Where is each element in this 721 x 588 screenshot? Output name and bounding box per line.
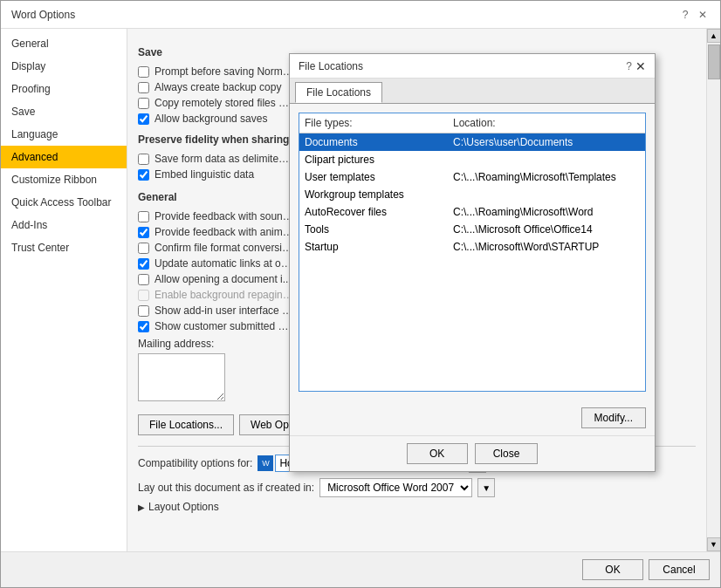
sidebar: General Display Proofing Save Language A… <box>1 29 127 551</box>
file-locations-title: File Locations <box>299 60 363 72</box>
row-location <box>453 154 640 166</box>
file-locations-close-button[interactable]: ✕ <box>635 59 646 73</box>
file-locations-title-controls: ? ✕ <box>626 59 646 73</box>
ok-button[interactable]: OK <box>582 559 643 580</box>
file-locations-dialog: File Locations ? ✕ File Locations File t… <box>289 53 656 472</box>
file-locations-tabs: File Locations <box>290 79 655 104</box>
sidebar-item-trust-center[interactable]: Trust Center <box>1 236 127 259</box>
checkbox-feedback-sound-label: Provide feedback with sound... <box>154 210 294 222</box>
row-type: Startup <box>305 241 453 253</box>
table-row[interactable]: AutoRecover files C:\...\Roaming\Microso… <box>299 203 645 221</box>
cancel-button[interactable]: Cancel <box>649 559 710 580</box>
checkbox-confirm-format-label: Confirm file format conversio... <box>154 242 294 254</box>
table-row[interactable]: Clipart pictures <box>299 151 645 168</box>
sidebar-item-proofing[interactable]: Proofing <box>1 78 127 100</box>
checkbox-prompt-before-label: Prompt before saving Norma... <box>154 65 294 78</box>
checkbox-feedback-sound-input[interactable] <box>138 211 149 222</box>
close-button[interactable]: ✕ <box>696 8 710 22</box>
row-location <box>453 188 640 201</box>
table-body: Documents C:\Users\user\Documents Clipar… <box>299 133 645 256</box>
sidebar-item-language[interactable]: Language <box>1 123 127 146</box>
checkbox-prompt-before-input[interactable] <box>138 66 149 78</box>
table-row[interactable]: Documents C:\Users\user\Documents <box>299 133 645 151</box>
col-location-header: Location: <box>453 117 640 129</box>
checkbox-embed-ling-label: Embed linguistic data <box>154 168 254 181</box>
mailing-address-input[interactable] <box>138 353 225 401</box>
expand-arrow-icon[interactable]: ▶ <box>138 503 145 512</box>
checkbox-enable-bg-input[interactable] <box>138 290 149 301</box>
file-locations-footer: OK Close <box>290 435 655 471</box>
checkbox-confirm-format-input[interactable] <box>138 243 149 254</box>
checkbox-allow-opening-input[interactable] <box>138 274 149 285</box>
help-button[interactable]: ? <box>678 8 692 22</box>
right-scrollbar: ▲ ▼ <box>706 29 720 551</box>
row-type: AutoRecover files <box>305 206 453 218</box>
file-locations-button[interactable]: File Locations... <box>138 414 234 435</box>
file-locations-bottom: Modify... <box>290 400 655 435</box>
file-locations-tab[interactable]: File Locations <box>295 82 382 103</box>
checkbox-save-form-input[interactable] <box>138 154 149 165</box>
checkbox-always-backup-label: Always create backup copy <box>154 81 281 93</box>
scroll-down-arrow[interactable]: ▼ <box>707 537 721 551</box>
row-type: Tools <box>305 223 453 236</box>
checkbox-allow-background-input[interactable] <box>138 113 149 125</box>
checkbox-feedback-anim-label: Provide feedback with anima... <box>154 226 294 238</box>
row-location: C:\...\Microsoft Office\Office14 <box>453 223 640 236</box>
dialog-title: Word Options <box>11 9 75 21</box>
table-row[interactable]: Tools C:\...\Microsoft Office\Office14 <box>299 221 645 238</box>
checkbox-enable-bg-label: Enable background repaging... <box>154 289 294 301</box>
layout-row: Lay out this document as if created in: … <box>138 478 696 497</box>
checkbox-update-auto-input[interactable] <box>138 258 149 270</box>
row-type: Clipart pictures <box>305 154 453 166</box>
sidebar-item-add-ins[interactable]: Add-Ins <box>1 214 127 236</box>
checkbox-feedback-anim-input[interactable] <box>138 227 149 238</box>
layout-dropdown[interactable]: ▼ <box>477 478 495 497</box>
checkbox-copy-remotely-input[interactable] <box>138 98 149 109</box>
checkbox-show-customer-input[interactable] <box>138 321 149 332</box>
table-header: File types: Location: <box>299 113 645 133</box>
row-location: C:\...\Roaming\Microsoft\Word <box>453 206 640 218</box>
checkbox-copy-remotely-label: Copy remotely stored files on... <box>154 97 294 109</box>
word-icon: W <box>258 455 273 471</box>
row-location: C:\...\Roaming\Microsoft\Templates <box>453 171 640 183</box>
layout-select[interactable]: Microsoft Office Word 2007 <box>319 478 472 497</box>
file-locations-ok-button[interactable]: OK <box>407 443 468 464</box>
table-row[interactable]: User templates C:\...\Roaming\Microsoft\… <box>299 168 645 186</box>
scroll-up-arrow[interactable]: ▲ <box>707 29 721 43</box>
table-row[interactable]: Startup C:\...\Microsoft\Word\STARTUP <box>299 238 645 256</box>
dialog-footer: OK Cancel <box>1 551 720 587</box>
checkbox-show-customer-label: Show customer submitted O... <box>154 320 294 332</box>
row-type: Workgroup templates <box>305 188 453 201</box>
checkbox-embed-ling-input[interactable] <box>138 169 149 181</box>
file-locations-help-button[interactable]: ? <box>626 60 632 72</box>
sidebar-item-display[interactable]: Display <box>1 55 127 78</box>
checkbox-allow-background-label: Allow background saves <box>154 113 267 125</box>
checkbox-allow-opening-label: Allow opening a document i... <box>154 273 292 285</box>
sidebar-item-save[interactable]: Save <box>1 100 127 123</box>
checkbox-save-form-label: Save form data as delimited t... <box>154 153 294 165</box>
row-type: User templates <box>305 171 453 183</box>
file-locations-table: File types: Location: Documents C:\Users… <box>299 113 646 392</box>
layout-label: Lay out this document as if created in: <box>138 482 314 494</box>
sidebar-item-advanced[interactable]: Advanced <box>1 146 127 168</box>
row-location: C:\Users\user\Documents <box>453 136 640 148</box>
file-locations-close-dialog-button[interactable]: Close <box>475 443 539 464</box>
modify-button[interactable]: Modify... <box>581 407 646 428</box>
scroll-thumb[interactable] <box>708 44 720 79</box>
table-row[interactable]: Workgroup templates <box>299 186 645 203</box>
col-type-header: File types: <box>305 117 453 129</box>
row-type: Documents <box>305 136 453 148</box>
title-controls: ? ✕ <box>678 8 710 22</box>
compat-label: Compatibility options for: <box>138 457 252 469</box>
sidebar-item-customize-ribbon[interactable]: Customize Ribbon <box>1 168 127 191</box>
layout-options-label[interactable]: Layout Options <box>148 501 219 513</box>
sidebar-item-general[interactable]: General <box>1 32 127 55</box>
checkbox-always-backup-input[interactable] <box>138 82 149 93</box>
file-locations-title-bar: File Locations ? ✕ <box>290 54 655 79</box>
row-location: C:\...\Microsoft\Word\STARTUP <box>453 241 640 253</box>
checkbox-update-auto-label: Update automatic links at op... <box>154 257 294 270</box>
checkbox-show-addin-input[interactable] <box>138 305 149 317</box>
layout-options-row: ▶ Layout Options <box>138 501 696 513</box>
checkbox-show-addin-label: Show add-in user interface e... <box>154 304 294 317</box>
sidebar-item-quick-access[interactable]: Quick Access Toolbar <box>1 191 127 214</box>
